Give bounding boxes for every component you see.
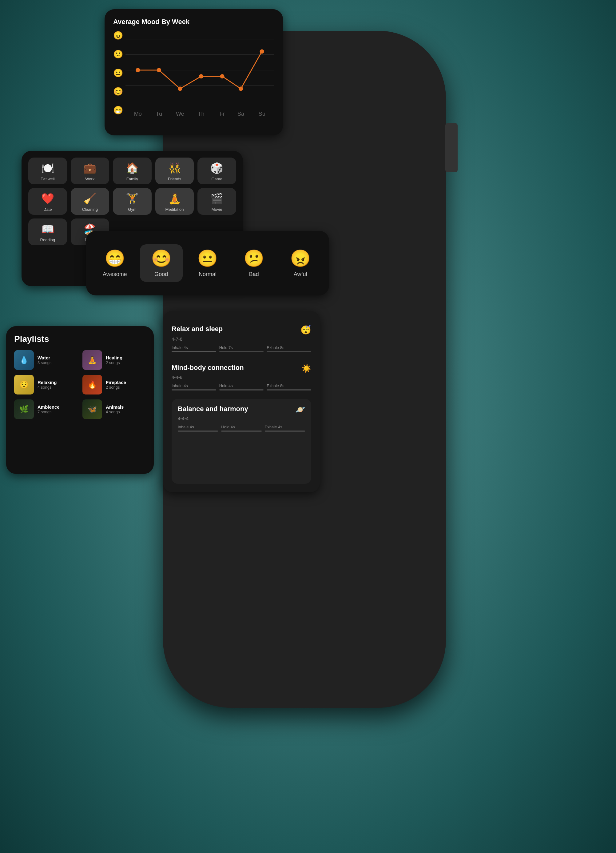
awesome-label: Awesome	[103, 271, 127, 278]
playlist-relaxing[interactable]: 😌 Relaxing 4 songs	[14, 375, 77, 395]
playlist-animals[interactable]: 🦋 Animals 4 songs	[82, 399, 146, 419]
fireplace-thumb: 🔥	[82, 375, 102, 395]
activity-gym[interactable]: 🏋️ Gym	[113, 188, 151, 215]
mood-emoji-angry: 😠	[113, 31, 123, 40]
water-thumb: 💧	[14, 350, 34, 370]
game-icon: 🎲	[210, 162, 223, 174]
eat-well-label: Eat well	[41, 177, 55, 181]
meditation-icon: 🧘	[168, 192, 181, 205]
chart-dot-sa	[239, 87, 243, 91]
mind-body-icon: ☀️	[301, 364, 311, 373]
activity-game[interactable]: 🎲 Game	[197, 158, 236, 184]
balance-inhale: Inhale 4s	[178, 425, 218, 432]
movie-label: Movie	[212, 207, 222, 212]
chart-area: 😠 😕 😐 😊 😁	[113, 31, 274, 126]
mind-hold: Hold 4s	[219, 383, 264, 390]
mood-bad[interactable]: 😕 Bad	[233, 244, 275, 282]
mood-line-chart: Mo Tu We Th Fr Sa Su	[126, 31, 274, 126]
healing-thumb: 🧘	[82, 350, 102, 370]
fireplace-name: Fireplace	[106, 380, 126, 385]
activity-work[interactable]: 💼 Work	[71, 158, 109, 184]
mood-awful[interactable]: 😠 Awful	[279, 244, 322, 282]
chart-dot-th	[199, 74, 203, 79]
x-label-mo: Mo	[134, 111, 142, 117]
activity-eat-well[interactable]: 🍽️ Eat well	[28, 158, 67, 184]
friends-icon: 👯	[168, 162, 181, 174]
playlist-healing[interactable]: 🧘 Healing 2 songs	[82, 350, 146, 370]
family-icon: 🏠	[126, 162, 139, 174]
friends-label: Friends	[168, 177, 181, 181]
activity-friends[interactable]: 👯 Friends	[155, 158, 194, 184]
chart-plot: Mo Tu We Th Fr Sa Su	[126, 31, 274, 126]
healing-name: Healing	[106, 355, 123, 360]
work-icon: 💼	[83, 162, 96, 174]
bad-label: Bad	[249, 271, 259, 278]
good-emoji: 😊	[151, 249, 172, 268]
mood-emoji-awesome: 😁	[113, 106, 123, 115]
relaxing-thumb: 😌	[14, 375, 34, 395]
chart-dot-fr	[220, 74, 224, 79]
activity-meditation[interactable]: 🧘 Meditation	[155, 188, 194, 215]
date-icon: ❤️	[41, 192, 54, 205]
awful-label: Awful	[294, 271, 307, 278]
activity-cleaning[interactable]: 🧹 Cleaning	[71, 188, 109, 215]
animals-count: 4 songs	[106, 410, 124, 414]
water-info: Water 3 songs	[38, 355, 51, 365]
breathing-card: Relax and sleep 😴 4-7-8 Inhale 4s Hold 7…	[163, 311, 320, 492]
healing-info: Healing 2 songs	[106, 355, 123, 365]
balance-hold: Hold 4s	[221, 425, 262, 432]
good-label: Good	[154, 271, 168, 278]
awesome-emoji: 😁	[104, 249, 125, 268]
chart-dot-tu	[157, 68, 161, 72]
breathing-relax-sleep[interactable]: Relax and sleep 😴 4-7-8 Inhale 4s Hold 7…	[172, 319, 311, 358]
x-label-fr: Fr	[219, 111, 225, 117]
x-label-th: Th	[198, 111, 204, 117]
gym-label: Gym	[128, 207, 136, 212]
meditation-label: Meditation	[165, 207, 184, 212]
mood-awesome[interactable]: 😁 Awesome	[94, 244, 136, 282]
relax-hold: Hold 7s	[219, 345, 264, 352]
chart-y-axis: 😠 😕 😐 😊 😁	[113, 31, 123, 126]
ambience-count: 7 songs	[38, 410, 60, 414]
mood-emoji-neutral: 😐	[113, 68, 123, 78]
activity-date[interactable]: ❤️ Date	[28, 188, 67, 215]
x-label-sa: Sa	[238, 111, 245, 117]
chart-dot-we	[178, 87, 182, 91]
mind-body-pattern: 4-4-8	[172, 375, 311, 380]
relaxing-count: 4 songs	[38, 385, 57, 390]
mind-body-steps: Inhale 4s Hold 4s Exhale 8s	[172, 383, 311, 390]
breathing-balance[interactable]: Balance and harmony 🪐 4-4-4 Inhale 4s Ho…	[172, 399, 311, 484]
activity-movie[interactable]: 🎬 Movie	[197, 188, 236, 215]
gym-icon: 🏋️	[126, 192, 139, 205]
relax-sleep-pattern: 4-7-8	[172, 336, 311, 342]
reading-icon: 📖	[41, 223, 54, 235]
bad-emoji: 😕	[244, 249, 264, 268]
playlist-water[interactable]: 💧 Water 3 songs	[14, 350, 77, 370]
playlist-ambience[interactable]: 🌿 Ambience 7 songs	[14, 399, 77, 419]
relax-inhale: Inhale 4s	[172, 345, 216, 352]
cleaning-icon: 🧹	[83, 192, 96, 205]
animals-name: Animals	[106, 404, 124, 410]
normal-label: Normal	[199, 271, 216, 278]
ambience-thumb: 🌿	[14, 399, 34, 419]
mood-emoji-happy: 😊	[113, 87, 123, 96]
mood-emoji-sad: 😕	[113, 50, 123, 59]
normal-emoji: 😐	[197, 249, 218, 268]
work-label: Work	[85, 177, 94, 181]
balance-icon: 🪐	[295, 405, 305, 414]
mood-good[interactable]: 😊 Good	[140, 244, 183, 282]
relaxing-info: Relaxing 4 songs	[38, 380, 57, 390]
playlist-fireplace[interactable]: 🔥 Fireplace 2 songs	[82, 375, 146, 395]
activity-family[interactable]: 🏠 Family	[113, 158, 151, 184]
awful-emoji: 😠	[290, 249, 310, 268]
relax-sleep-steps: Inhale 4s Hold 7s Exhale 8s	[172, 345, 311, 352]
relaxing-name: Relaxing	[38, 380, 57, 385]
chart-title: Average Mood By Week	[113, 18, 274, 26]
mood-chart-card: Average Mood By Week 😠 😕 😐 😊 😁	[104, 9, 283, 135]
balance-pattern: 4-4-4	[178, 416, 305, 421]
mood-normal[interactable]: 😐 Normal	[186, 244, 229, 282]
activity-reading[interactable]: 📖 Reading	[28, 219, 67, 245]
balance-steps: Inhale 4s Hold 4s Exhale 4s	[178, 425, 305, 432]
mind-exhale: Exhale 8s	[266, 383, 311, 390]
breathing-mind-body[interactable]: Mind-body connection ☀️ 4-4-8 Inhale 4s …	[172, 358, 311, 396]
